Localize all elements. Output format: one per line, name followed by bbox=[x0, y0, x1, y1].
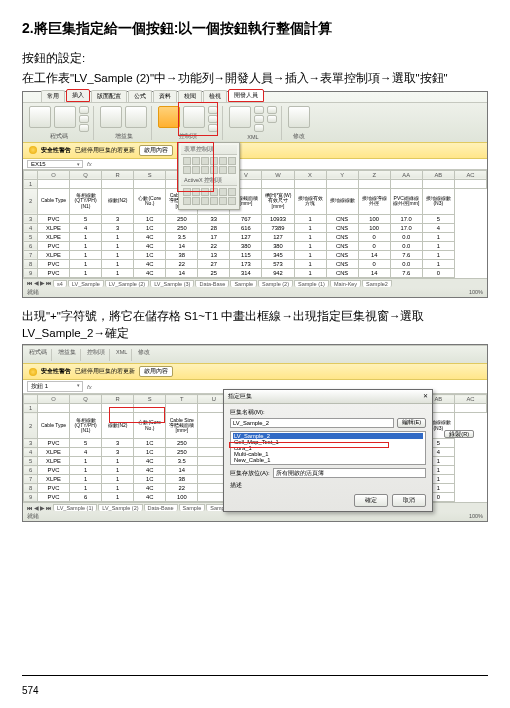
row-header[interactable]: 9 bbox=[24, 268, 38, 277]
sheet-tab[interactable]: Sample2 bbox=[362, 280, 392, 287]
group-icon[interactable] bbox=[183, 166, 191, 174]
table-cell[interactable]: 1 bbox=[422, 241, 454, 250]
table-cell[interactable]: 27 bbox=[198, 259, 230, 268]
table-cell[interactable]: 1C bbox=[134, 475, 166, 484]
col-header[interactable]: X bbox=[294, 170, 326, 179]
table-cell[interactable]: 1 bbox=[102, 493, 134, 502]
table-cell[interactable]: 1 bbox=[294, 259, 326, 268]
sheet-tab[interactable]: LV_Sample (3) bbox=[150, 280, 194, 287]
table-cell[interactable]: XLPE bbox=[38, 250, 70, 259]
table-cell[interactable]: 250 bbox=[166, 223, 198, 232]
table-cell[interactable]: 5 bbox=[70, 214, 102, 223]
table-cell[interactable]: 1 bbox=[422, 250, 454, 259]
ax4-icon[interactable] bbox=[210, 188, 218, 196]
table-cell[interactable]: 1 bbox=[102, 259, 134, 268]
sheet-tab[interactable]: Sample bbox=[230, 280, 257, 287]
tab-view[interactable]: 檢視 bbox=[203, 90, 227, 102]
label-icon[interactable] bbox=[192, 166, 200, 174]
table-cell[interactable]: 314 bbox=[230, 268, 262, 277]
table-cell[interactable]: 3 bbox=[102, 439, 134, 448]
tab-layout[interactable]: 版面配置 bbox=[91, 90, 127, 102]
table-cell[interactable]: 4C bbox=[134, 232, 166, 241]
col-header[interactable]: S bbox=[134, 170, 166, 179]
table-cell[interactable]: 17.0 bbox=[390, 223, 422, 232]
col-header[interactable]: Y bbox=[326, 170, 358, 179]
table-cell[interactable]: 1 bbox=[70, 232, 102, 241]
table-cell[interactable]: CNS bbox=[326, 223, 358, 232]
table-cell[interactable]: 1 bbox=[102, 466, 134, 475]
table-cell[interactable]: 0 bbox=[358, 259, 390, 268]
table-cell[interactable]: PVC bbox=[38, 259, 70, 268]
table-cell[interactable]: 7389 bbox=[262, 223, 294, 232]
row-header[interactable]: 9 bbox=[24, 493, 38, 502]
col-header[interactable]: AA bbox=[390, 170, 422, 179]
table-cell[interactable]: PVC bbox=[38, 268, 70, 277]
name-box[interactable]: EX15 bbox=[27, 160, 83, 168]
row-header[interactable]: 6 bbox=[24, 241, 38, 250]
table-cell[interactable]: 14 bbox=[166, 466, 198, 475]
table-cell[interactable]: 1 bbox=[422, 259, 454, 268]
macro-security-icon[interactable] bbox=[79, 124, 89, 132]
table-cell[interactable]: CNS bbox=[326, 232, 358, 241]
table-cell[interactable]: 17 bbox=[198, 232, 230, 241]
col-header[interactable]: R bbox=[102, 395, 134, 404]
table-cell[interactable]: 1C bbox=[134, 223, 166, 232]
col-header[interactable]: Q bbox=[70, 170, 102, 179]
table-cell[interactable]: 0 bbox=[358, 232, 390, 241]
scroll-icon[interactable] bbox=[201, 166, 209, 174]
table-cell[interactable]: XLPE bbox=[38, 475, 70, 484]
nav-first-icon[interactable]: ⏮ bbox=[27, 280, 33, 286]
table-cell[interactable]: 250 bbox=[166, 439, 198, 448]
row-header[interactable]: 2 bbox=[24, 188, 38, 214]
table-cell[interactable]: PVC bbox=[38, 466, 70, 475]
macro-listbox[interactable]: LV_Sample_2Cell_Map_Test_1cora_1Multi-ca… bbox=[230, 431, 426, 465]
table-cell[interactable]: 0.0 bbox=[390, 259, 422, 268]
table-cell[interactable]: 28 bbox=[198, 223, 230, 232]
table-cell[interactable]: 250 bbox=[166, 214, 198, 223]
table-cell[interactable]: 6 bbox=[70, 493, 102, 502]
table-cell[interactable]: 1 bbox=[70, 475, 102, 484]
table-cell[interactable]: 1 bbox=[294, 241, 326, 250]
table-cell[interactable]: XLPE bbox=[38, 232, 70, 241]
table-cell[interactable]: 767 bbox=[230, 214, 262, 223]
col-header[interactable]: AC bbox=[454, 395, 486, 404]
table-cell[interactable]: CNS bbox=[326, 268, 358, 277]
table-cell[interactable]: 173 bbox=[230, 259, 262, 268]
visual-basic-icon[interactable] bbox=[29, 106, 51, 128]
table-cell[interactable]: 115 bbox=[230, 250, 262, 259]
nav-prev-icon[interactable]: ◀ bbox=[34, 505, 39, 511]
col-header[interactable]: O bbox=[38, 170, 70, 179]
table-cell[interactable]: 1C bbox=[134, 214, 166, 223]
table-cell[interactable]: 4 bbox=[70, 448, 102, 457]
ax10-icon[interactable] bbox=[210, 197, 218, 205]
table-cell[interactable]: 14 bbox=[166, 241, 198, 250]
tab-data[interactable]: 資料 bbox=[153, 90, 177, 102]
table-cell[interactable]: 38 bbox=[166, 250, 198, 259]
button-control-icon[interactable] bbox=[183, 157, 191, 165]
table-cell[interactable]: 345 bbox=[262, 250, 294, 259]
checkbox-icon[interactable] bbox=[201, 157, 209, 165]
listbox-icon[interactable] bbox=[219, 157, 227, 165]
table-cell[interactable]: 1 bbox=[294, 268, 326, 277]
table-cell[interactable]: PVC bbox=[38, 439, 70, 448]
enable-content-button-2[interactable]: 啟用內容 bbox=[139, 366, 173, 377]
enable-content-button[interactable]: 啟用內容 bbox=[139, 145, 173, 156]
export-icon[interactable] bbox=[267, 115, 277, 123]
tab-home[interactable]: 常用 bbox=[41, 90, 65, 102]
record-macro-icon[interactable] bbox=[79, 106, 89, 114]
refresh-icon[interactable] bbox=[254, 124, 264, 132]
close-icon[interactable]: ✕ bbox=[423, 392, 428, 401]
table-cell[interactable]: CNS bbox=[326, 259, 358, 268]
table-cell[interactable]: 0.0 bbox=[390, 241, 422, 250]
source-icon[interactable] bbox=[229, 106, 251, 128]
spinner-icon[interactable] bbox=[210, 157, 218, 165]
sheet-tab[interactable]: s4 bbox=[53, 280, 67, 287]
table-cell[interactable]: 1 bbox=[422, 232, 454, 241]
table-cell[interactable]: 4C bbox=[134, 493, 166, 502]
ok-button[interactable]: 確定 bbox=[354, 494, 388, 507]
row-header[interactable]: 5 bbox=[24, 232, 38, 241]
table-cell[interactable]: 127 bbox=[230, 232, 262, 241]
table-cell[interactable]: 616 bbox=[230, 223, 262, 232]
ax7-icon[interactable] bbox=[183, 197, 191, 205]
nav-next-icon[interactable]: ▶ bbox=[40, 280, 45, 286]
